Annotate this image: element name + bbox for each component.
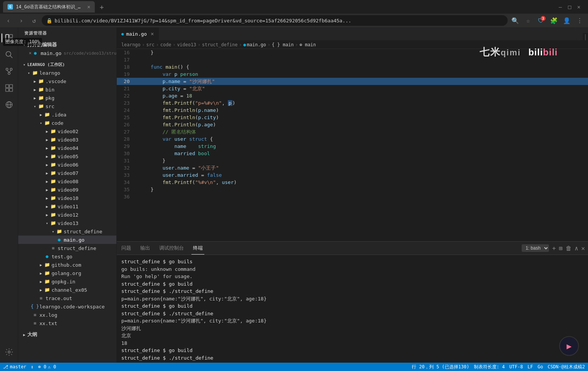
bc-learngo[interactable]: learngo [121,42,141,47]
csdn-text: CSDN·@桂木成槁2 [547,364,585,370]
tree-workspace[interactable]: { } learngo.code-workspace [18,302,116,311]
activity-settings[interactable] [2,344,17,360]
tree-video09[interactable]: ▶ 📁 video09 [18,186,116,194]
bc-main-go[interactable]: ●main.go [243,42,266,47]
encoding-status[interactable]: UTF-8 [509,364,523,369]
maximize-terminal-btn[interactable]: ∧ [575,245,579,252]
row-col-status[interactable]: 行 20，列 5 (已选择130) [412,364,469,370]
bc-code[interactable]: code [160,42,171,47]
outline-header[interactable]: ▶ 大纲 [18,330,116,339]
active-tab[interactable]: G 14_Go语言基础之结构体初识_哔... × [3,1,95,13]
code-line-27: 27 // 匿名结构体 [117,128,588,135]
bc-video13[interactable]: video13 [177,42,196,47]
extension-button[interactable]: 🧩 [549,15,559,26]
code-editor[interactable]: 16 } 17 18 func main() { 19 var p person [117,49,588,241]
tree-video12[interactable]: ▶ 📁 video12 [18,211,116,219]
terminal-tab-problems[interactable]: 问题 [120,242,133,255]
workspace-section: ▾ LEARNGO (工作区) ▾ 📁 learngo ▶ 📁 .vscode … [18,59,116,329]
activity-search[interactable] [2,47,17,62]
back-button[interactable]: ‹ [3,15,14,26]
tree-video08[interactable]: ▶ 📁 video08 [18,177,116,186]
address-bar[interactable]: 🔒 bilibili.com/video/BV1ZJ411W7jG/?p=14&… [42,15,508,26]
tree-trace-out[interactable]: ≡ trace.out [18,294,116,302]
tree-struct-define-folder[interactable]: ▾ 📁 struct_define [18,227,116,236]
tree-video02[interactable]: ▶ 📁 video02 [18,127,116,135]
tree-main-go[interactable]: ● main.go [18,236,116,244]
tree-xxtxt[interactable]: ≡ xx.txt [18,319,116,327]
workspace-header[interactable]: ▾ LEARNGO (工作区) [18,60,116,69]
activity-scm[interactable] [2,64,17,79]
bc-struct-define[interactable]: struct_define [202,42,238,47]
code-line-34: 34 fmt.Printf("%#v\n", user) [117,179,588,186]
forward-button[interactable]: › [16,15,27,26]
split-terminal-btn[interactable]: ⊞ [559,245,563,252]
tree-video07[interactable]: ▶ 📁 video07 [18,169,116,177]
bc-src[interactable]: src [146,42,155,47]
tab-size-status[interactable]: 制表符长度: 4 [474,364,505,370]
tree-video03[interactable]: ▶ 📁 video03 [18,135,116,144]
activity-extensions[interactable] [2,80,17,96]
tree-bin[interactable]: ▶ 📁 bin [18,85,116,94]
tree-learngo[interactable]: ▾ 📁 learngo [18,69,116,77]
close-btn[interactable]: ✕ [577,4,580,10]
close-terminal-btn[interactable]: ✕ [581,245,585,252]
tree-video11[interactable]: ▶ 📁 video11 [18,202,116,211]
git-branch[interactable]: ⎇ master [3,364,26,369]
terminal-tab-debug[interactable]: 调试控制台 [158,242,185,255]
code-line-30: 30 married bool [117,150,588,157]
code-line-21: 21 p.city = "北京" [117,85,588,92]
bc-main-func[interactable]: { } main [272,42,294,47]
tree-idea[interactable]: ▶ 📁 .idea [18,110,116,119]
language-status[interactable]: Go [538,364,543,369]
tree-golang[interactable]: ▶ 📁 golang.org [18,269,116,277]
tree-github[interactable]: ▶ 📁 github.com [18,261,116,269]
terminal-tab-terminal[interactable]: 终端 [191,242,204,255]
menu-button[interactable]: ⋮ [574,15,585,26]
bc-main-symbol[interactable]: ⊕ main [299,42,316,47]
tree-video06[interactable]: ▶ 📁 video06 [18,160,116,169]
term-line-12: 18 [121,340,583,347]
line-ending-status[interactable]: LF [528,364,533,369]
search-button[interactable]: 🔍 [510,15,521,26]
tree-xxlog[interactable]: ≡ xx.log [18,311,116,319]
tree-video10[interactable]: ▶ 📁 video10 [18,194,116,202]
tab-close-icon[interactable]: × [151,31,154,37]
shell-selector[interactable]: 1: bash [522,244,549,252]
open-file-main-go[interactable]: × ● main.go src/code/video13/struct_defi… [18,49,116,57]
tree-video05[interactable]: ▶ 📁 video05 [18,152,116,160]
tree-gopkg[interactable]: ▶ 📁 gopkg.in [18,277,116,286]
tree-pkg[interactable]: ▶ 📁 pkg [18,94,116,102]
tree-label: .idea [52,112,66,118]
activity-remote[interactable] [2,97,17,112]
tree-test-go[interactable]: ● test.go [18,252,116,261]
editor-tab-main-go[interactable]: ● main.go × [117,27,159,40]
tree-label: github.com [52,262,81,268]
shield-icon: 🛡 3 [536,15,546,26]
tree-struct-define-bin[interactable]: ≡ struct_define [18,244,116,252]
tree-src[interactable]: ▾ 📁 src [18,102,116,110]
tree-label: video13 [58,220,78,226]
terminal-tab-bar: 问题 输出 调试控制台 终端 1: bash + [117,242,588,255]
trash-terminal-btn[interactable]: 🗑 [566,245,572,252]
terminal-tab-output[interactable]: 输出 [139,242,152,255]
mini-player[interactable]: ▶ [559,336,579,356]
tab-close-btn[interactable]: × [87,4,90,10]
line-ending-text: LF [528,364,533,369]
profile-button[interactable]: 👤 [561,15,572,26]
bookmark-button[interactable]: ☆ [523,15,533,26]
sync-status[interactable]: ↕ [31,364,33,369]
new-terminal-btn[interactable]: + [552,245,556,252]
new-tab-button[interactable]: + [96,2,107,12]
minimize-btn[interactable]: — [559,4,562,10]
errors-status[interactable]: ⊗ 0 ⚠ 0 [38,364,56,369]
tree-code[interactable]: ▾ 📁 code [18,119,116,127]
refresh-button[interactable]: ↺ [29,15,39,26]
maximize-btn[interactable]: □ [568,4,571,10]
close-icon[interactable]: × [29,50,31,56]
git-icon: ⎇ [3,364,8,369]
tree-video13[interactable]: ▾ 📁 video13 [18,219,116,227]
terminal-content[interactable]: struct_define $ go buils go buils: unkno… [117,255,588,363]
tree-vscode[interactable]: ▶ 📁 .vscode [18,77,116,85]
tree-channel[interactable]: ▶ 📁 channel_ex05 [18,286,116,294]
tree-video04[interactable]: ▶ 📁 video04 [18,144,116,152]
